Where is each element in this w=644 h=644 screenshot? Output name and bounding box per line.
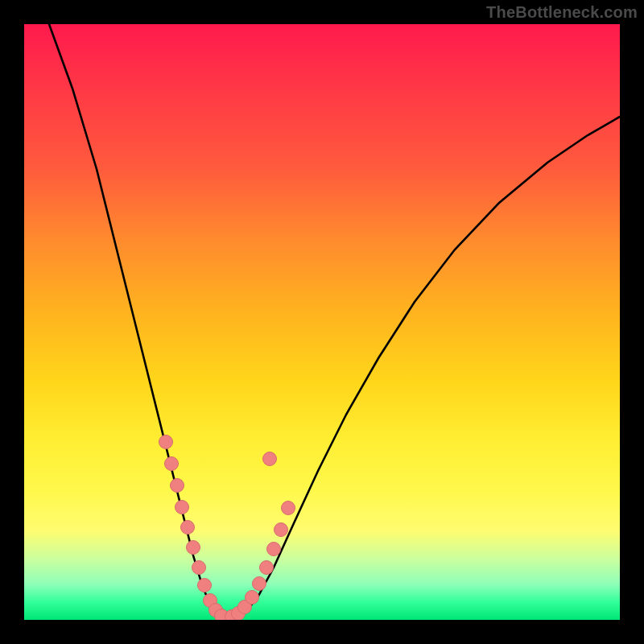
chart-frame: TheBottleneck.com: [0, 0, 644, 644]
data-marker: [159, 436, 173, 449]
data-marker: [198, 579, 212, 592]
watermark-text: TheBottleneck.com: [486, 3, 638, 22]
markers-left-branch: [159, 436, 229, 621]
data-marker: [253, 577, 266, 591]
data-marker: [260, 561, 274, 575]
data-marker: [187, 541, 200, 555]
data-marker: [263, 452, 277, 466]
data-marker: [282, 502, 295, 515]
data-marker: [171, 479, 184, 493]
data-marker: [175, 501, 189, 514]
plot-area: [24, 24, 620, 620]
data-marker: [181, 521, 195, 535]
data-marker: [275, 523, 288, 537]
data-marker: [267, 543, 281, 556]
bottleneck-curve: [49, 24, 620, 617]
bottleneck-curve-svg: [24, 24, 620, 620]
data-marker: [192, 561, 206, 575]
data-marker: [165, 457, 179, 471]
data-marker: [246, 591, 259, 605]
